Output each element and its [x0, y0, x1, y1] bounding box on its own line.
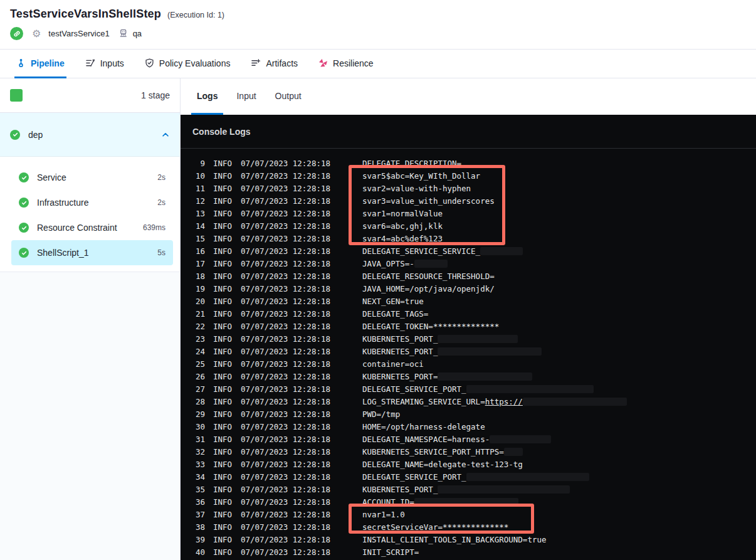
log-timestamp: 07/07/2023 12:28:18 — [241, 159, 330, 168]
step-label: Service — [37, 172, 66, 182]
success-check-icon — [19, 198, 29, 208]
redacted-text-block — [438, 347, 542, 356]
step-label: ShellScript_1 — [37, 248, 89, 258]
tab-pipeline[interactable]: Pipeline — [14, 50, 66, 78]
resilience-icon — [318, 58, 328, 68]
success-check-icon — [19, 172, 29, 182]
log-timestamp: 07/07/2023 12:28:18 — [241, 284, 330, 293]
tab-label: Pipeline — [31, 58, 65, 68]
log-message: DELEGATE_TAGS= — [362, 309, 428, 319]
log-tab-logs[interactable]: Logs — [191, 78, 223, 115]
redacted-text-block — [438, 372, 532, 381]
log-line: 24INFO07/07/2023 12:28:18KUBERNETES_PORT… — [181, 345, 756, 357]
log-message: svar2=value-with-hyphen — [362, 184, 471, 193]
log-line-number: 19 — [181, 284, 205, 293]
step-item-infrastructure[interactable]: Infrastructure2s — [11, 190, 173, 215]
log-line-number: 27 — [181, 384, 205, 394]
log-message: HOME=/opt/harness-delegate — [362, 422, 485, 431]
artifacts-icon — [251, 58, 261, 68]
log-timestamp: 07/07/2023 12:28:18 — [241, 322, 330, 331]
chevron-up-icon[interactable] — [161, 130, 170, 139]
sidebar-empty-area — [0, 272, 180, 560]
log-timestamp: 07/07/2023 12:28:18 — [241, 397, 330, 406]
tab-artifacts[interactable]: Artifacts — [249, 50, 300, 78]
log-timestamp: 07/07/2023 12:28:18 — [241, 510, 330, 519]
console-header: Console Logs — [181, 115, 756, 149]
log-message: secretServiceVar=************** — [362, 522, 508, 532]
log-line: 29INFO07/07/2023 12:28:18PWD=/tmp — [181, 408, 756, 420]
log-timestamp: 07/07/2023 12:28:18 — [241, 409, 330, 419]
log-message: DELEGATE_NAME=delegate-test-123-tg — [362, 460, 523, 469]
log-text: JAVA_OPTS=- — [362, 259, 414, 268]
step-item-service[interactable]: Service2s — [11, 165, 173, 190]
step-duration: 2s — [157, 198, 165, 207]
log-message: ACCOUNT_ID= — [362, 497, 518, 507]
tab-resilience[interactable]: Resilience — [317, 50, 375, 78]
main-area: 1 stage dep Service2sInfrastructure2sRes… — [0, 78, 756, 560]
log-link[interactable]: https:// — [485, 397, 523, 406]
log-line-number: 36 — [181, 497, 205, 507]
log-tab-input[interactable]: Input — [231, 78, 261, 115]
step-item-resource-constraint[interactable]: Resource Constraint639ms — [11, 215, 173, 240]
log-line-number: 14 — [181, 221, 205, 231]
redacted-text-block — [438, 485, 570, 494]
log-tab-output[interactable]: Output — [270, 78, 307, 115]
step-duration: 639ms — [143, 223, 165, 232]
step-item-shellscript-1[interactable]: ShellScript_15s — [11, 240, 173, 265]
log-text: KUBERNETES_PORT_ — [362, 485, 438, 494]
log-text: container=oci — [362, 359, 424, 369]
redacted-text-block — [414, 498, 518, 506]
log-timestamp: 07/07/2023 12:28:18 — [241, 447, 330, 457]
tab-inputs[interactable]: Inputs — [83, 50, 126, 78]
log-line: 31INFO07/07/2023 12:28:18DELEGATE_NAMESP… — [181, 433, 756, 445]
log-line-number: 32 — [181, 447, 205, 457]
log-message: nvar1=1.0 — [362, 510, 405, 519]
log-text: DELEGATE_TAGS= — [362, 309, 428, 319]
log-line: 12INFO07/07/2023 12:28:18svar3=value_wit… — [181, 194, 756, 207]
log-text: svar4=abc%def%123 — [362, 234, 443, 243]
log-message: KUBERNETES_PORT_ — [362, 485, 570, 494]
tab-label: Inputs — [100, 58, 124, 68]
log-message: KUBERNETES_PORT_ — [362, 347, 542, 356]
log-text: DELEGATE_SERVICE_PORT_ — [362, 384, 466, 394]
log-level: INFO — [213, 171, 241, 181]
log-timestamp: 07/07/2023 12:28:18 — [241, 372, 330, 381]
stage-group-dep[interactable]: dep — [0, 113, 180, 157]
log-line-number: 39 — [181, 535, 205, 544]
log-text: DELEGATE_DESCRIPTION= — [362, 159, 461, 168]
success-check-icon — [19, 248, 29, 258]
log-level: INFO — [213, 184, 241, 193]
execution-meta-row: ⚙ testVarsService1 qa — [10, 27, 746, 40]
log-line-number: 31 — [181, 435, 205, 444]
redacted-text-block — [504, 448, 523, 456]
log-line-number: 9 — [181, 159, 205, 168]
log-text: KUBERNETES_SERVICE_PORT_HTTPS= — [362, 447, 504, 457]
log-line: 26INFO07/07/2023 12:28:18KUBERNETES_PORT… — [181, 370, 756, 383]
log-tab-bar: LogsInputOutput — [181, 78, 756, 115]
redacted-text-block — [466, 473, 589, 481]
log-timestamp: 07/07/2023 12:28:18 — [241, 309, 330, 319]
log-line: 25INFO07/07/2023 12:28:18container=oci — [181, 357, 756, 370]
log-level: INFO — [213, 372, 241, 381]
log-text: HOME=/opt/harness-delegate — [362, 422, 485, 431]
log-level: INFO — [213, 284, 241, 293]
log-level: INFO — [213, 196, 241, 206]
service-name[interactable]: testVarsService1 — [48, 29, 109, 38]
log-message: DELEGATE_RESOURCE_THRESHOLD= — [362, 272, 495, 281]
log-line: 40INFO07/07/2023 12:28:18INIT_SCRIPT= — [181, 546, 756, 558]
stage-group-label: dep — [28, 130, 43, 140]
policy-shield-icon — [145, 58, 154, 68]
log-line: 39INFO07/07/2023 12:28:18INSTALL_CLIENT_… — [181, 533, 756, 546]
log-line-number: 12 — [181, 196, 205, 206]
console-log-list[interactable]: 9INFO07/07/2023 12:28:18DELEGATE_DESCRIP… — [181, 149, 756, 560]
stage-status-square-icon — [10, 89, 23, 102]
log-timestamp: 07/07/2023 12:28:18 — [241, 472, 330, 482]
tab-policy-evaluations[interactable]: Policy Evaluations — [143, 50, 233, 78]
log-message: DELEGATE_SERVICE_PORT_ — [362, 384, 594, 394]
log-timestamp: 07/07/2023 12:28:18 — [241, 547, 330, 557]
log-timestamp: 07/07/2023 12:28:18 — [241, 234, 330, 243]
log-text: ACCOUNT_ID= — [362, 497, 414, 507]
log-line-number: 40 — [181, 547, 205, 557]
stage-summary-row[interactable]: 1 stage — [0, 78, 180, 113]
environment-name[interactable]: qa — [133, 29, 142, 38]
